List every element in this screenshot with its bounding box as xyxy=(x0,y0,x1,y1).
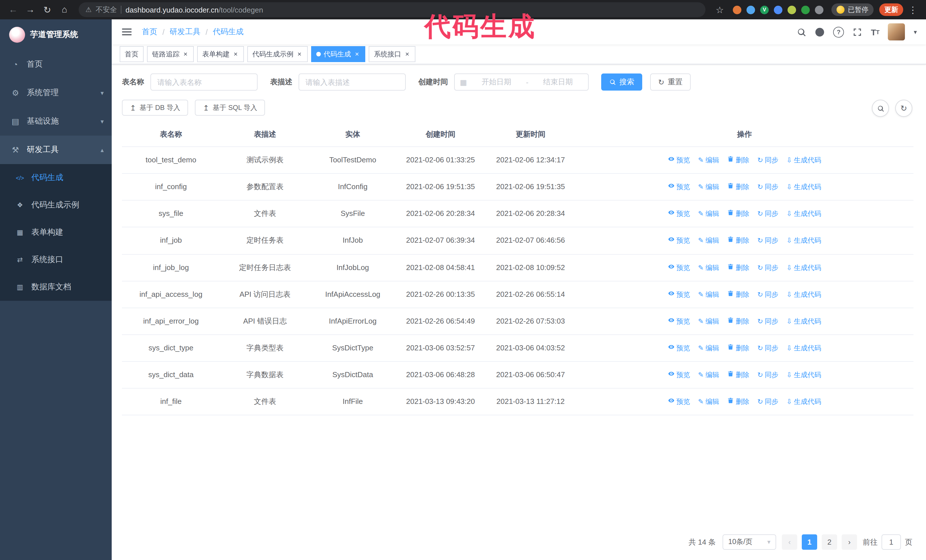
preview-link[interactable]: 预览 xyxy=(668,182,690,192)
delete-link[interactable]: 删除 xyxy=(727,182,749,192)
address-bar[interactable]: ⚠ 不安全 dashboard.yudao.iocoder.cn/tool/co… xyxy=(79,2,705,17)
hamburger-icon[interactable] xyxy=(121,24,133,39)
table-name-input[interactable] xyxy=(150,74,257,91)
sidebar-item-codegen[interactable]: </>代码生成 xyxy=(0,164,112,192)
sync-link[interactable]: ↻同步 xyxy=(757,262,778,273)
tab-form-builder[interactable]: 表单构建× xyxy=(197,46,244,62)
sidebar-item-api[interactable]: ⇄系统接口 xyxy=(0,246,112,273)
update-button[interactable]: 更新 xyxy=(879,3,903,16)
sync-link[interactable]: ↻同步 xyxy=(757,370,778,380)
edit-link[interactable]: ✎编辑 xyxy=(698,316,719,327)
generate-link[interactable]: ⇩生成代码 xyxy=(787,182,821,192)
toggle-search-button[interactable] xyxy=(872,100,889,117)
goto-page-input[interactable] xyxy=(882,534,901,550)
search-button[interactable]: 搜索 xyxy=(601,74,642,91)
reload-button[interactable]: ↻ xyxy=(40,2,55,17)
tab-codegen-example[interactable]: 代码生成示例× xyxy=(247,46,308,62)
preview-link[interactable]: 预览 xyxy=(668,155,690,166)
generate-link[interactable]: ⇩生成代码 xyxy=(787,235,821,246)
sidebar-item-home[interactable]: ◔首页 xyxy=(0,50,112,78)
breadcrumb-item[interactable]: 首页 xyxy=(142,27,157,37)
preview-link[interactable]: 预览 xyxy=(668,397,690,408)
bookmark-star-icon[interactable]: ☆ xyxy=(712,2,727,17)
user-avatar[interactable] xyxy=(888,23,905,41)
breadcrumb-item[interactable]: 代码生成 xyxy=(213,27,244,37)
breadcrumb-item[interactable]: 研发工具 xyxy=(170,27,201,37)
sync-link[interactable]: ↻同步 xyxy=(757,155,778,166)
delete-link[interactable]: 删除 xyxy=(727,289,749,300)
github-icon[interactable] xyxy=(815,27,825,37)
extension-icon[interactable] xyxy=(788,5,796,14)
forward-button[interactable]: → xyxy=(23,2,38,17)
extension-icon[interactable] xyxy=(774,5,782,14)
preview-link[interactable]: 预览 xyxy=(668,209,690,219)
generate-link[interactable]: ⇩生成代码 xyxy=(787,289,821,300)
page-button-2[interactable]: 2 xyxy=(822,534,837,550)
close-icon[interactable]: × xyxy=(354,50,360,58)
generate-link[interactable]: ⇩生成代码 xyxy=(787,343,821,353)
preview-link[interactable]: 预览 xyxy=(668,262,690,273)
delete-link[interactable]: 删除 xyxy=(727,209,749,219)
delete-link[interactable]: 删除 xyxy=(727,262,749,273)
extension-icon[interactable] xyxy=(733,5,741,14)
sync-link[interactable]: ↻同步 xyxy=(757,209,778,219)
edit-link[interactable]: ✎编辑 xyxy=(698,343,719,353)
generate-link[interactable]: ⇩生成代码 xyxy=(787,262,821,273)
sidebar-item-db-doc[interactable]: ▥数据库文档 xyxy=(0,273,112,301)
close-icon[interactable]: × xyxy=(404,50,410,58)
close-icon[interactable]: × xyxy=(233,50,239,58)
back-button[interactable]: ← xyxy=(6,2,21,17)
preview-link[interactable]: 预览 xyxy=(668,289,690,300)
generate-link[interactable]: ⇩生成代码 xyxy=(787,316,821,327)
reset-button[interactable]: ↻ 重置 xyxy=(650,74,691,91)
table-desc-input[interactable] xyxy=(299,74,406,91)
font-size-icon[interactable]: TT xyxy=(871,27,879,37)
delete-link[interactable]: 删除 xyxy=(727,343,749,353)
sync-link[interactable]: ↻同步 xyxy=(757,397,778,408)
extension-icon[interactable] xyxy=(801,5,810,14)
extension-icon[interactable] xyxy=(746,5,755,14)
generate-link[interactable]: ⇩生成代码 xyxy=(787,209,821,219)
page-size-select[interactable]: 10条/页 ▾ xyxy=(723,534,776,550)
sync-link[interactable]: ↻同步 xyxy=(757,343,778,353)
next-page-button[interactable]: › xyxy=(842,534,857,550)
delete-link[interactable]: 删除 xyxy=(727,316,749,327)
kebab-menu-icon[interactable]: ⋮ xyxy=(905,2,920,17)
delete-link[interactable]: 删除 xyxy=(727,235,749,246)
edit-link[interactable]: ✎编辑 xyxy=(698,262,719,273)
generate-link[interactable]: ⇩生成代码 xyxy=(787,370,821,380)
close-icon[interactable]: × xyxy=(182,50,189,58)
tab-codegen[interactable]: 代码生成× xyxy=(311,46,365,62)
preview-link[interactable]: 预览 xyxy=(668,343,690,353)
import-sql-button[interactable]: ↥ 基于 SQL 导入 xyxy=(195,100,265,116)
edit-link[interactable]: ✎编辑 xyxy=(698,289,719,300)
profile-paused-chip[interactable]: 已暂停 xyxy=(831,3,873,16)
sidebar-item-devtools[interactable]: ⚒研发工具▴ xyxy=(0,136,112,164)
delete-link[interactable]: 删除 xyxy=(727,155,749,166)
edit-link[interactable]: ✎编辑 xyxy=(698,235,719,246)
edit-link[interactable]: ✎编辑 xyxy=(698,370,719,380)
preview-link[interactable]: 预览 xyxy=(668,370,690,380)
sidebar-item-system[interactable]: ⚙系统管理▾ xyxy=(0,78,112,107)
sync-link[interactable]: ↻同步 xyxy=(757,316,778,327)
tab-home[interactable]: 首页 xyxy=(120,46,144,62)
refresh-table-button[interactable]: ↻ xyxy=(895,100,912,117)
tab-tracer[interactable]: 链路追踪× xyxy=(147,46,194,62)
sync-link[interactable]: ↻同步 xyxy=(757,182,778,192)
sync-link[interactable]: ↻同步 xyxy=(757,235,778,246)
edit-link[interactable]: ✎编辑 xyxy=(698,155,719,166)
edit-link[interactable]: ✎编辑 xyxy=(698,182,719,192)
home-button[interactable]: ⌂ xyxy=(57,2,72,17)
help-icon[interactable]: ? xyxy=(833,27,844,37)
generate-link[interactable]: ⇩生成代码 xyxy=(787,155,821,166)
preview-link[interactable]: 预览 xyxy=(668,316,690,327)
edit-link[interactable]: ✎编辑 xyxy=(698,209,719,219)
search-icon[interactable] xyxy=(797,27,806,37)
page-button-1[interactable]: 1 xyxy=(802,534,817,550)
preview-link[interactable]: 预览 xyxy=(668,235,690,246)
fullscreen-icon[interactable] xyxy=(852,27,862,37)
import-db-button[interactable]: ↥ 基于 DB 导入 xyxy=(122,100,188,116)
sync-link[interactable]: ↻同步 xyxy=(757,289,778,300)
extension-icon[interactable] xyxy=(815,5,823,14)
sidebar-item-infra[interactable]: ▤基础设施▾ xyxy=(0,107,112,136)
